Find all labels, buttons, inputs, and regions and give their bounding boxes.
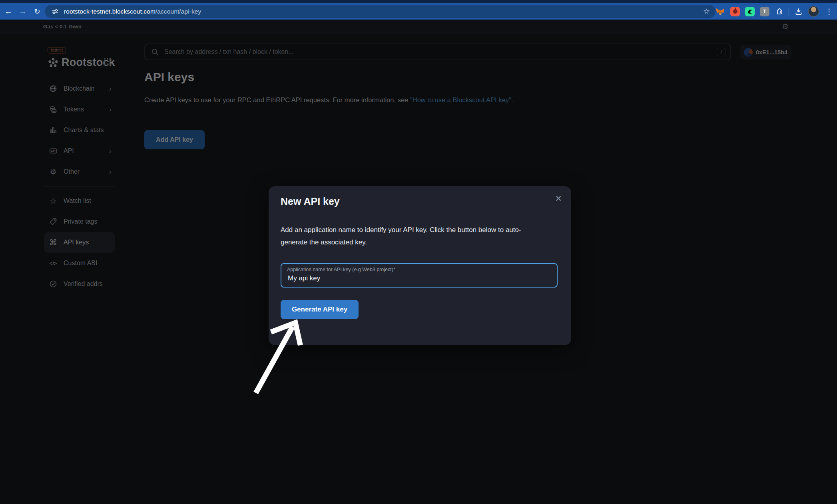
extensions-row: T ⋮ [715, 3, 834, 20]
site-settings-icon[interactable] [51, 8, 59, 16]
red-extension-glyph [733, 9, 737, 14]
downloads-icon[interactable] [794, 7, 803, 16]
application-name-input[interactable] [287, 274, 544, 283]
bookmark-star-icon[interactable]: ☆ [703, 7, 710, 16]
modal-body-text: Add an application name to identify your… [281, 224, 548, 248]
profile-avatar[interactable] [808, 6, 819, 17]
metamask-extension-icon[interactable] [715, 7, 725, 16]
back-button[interactable]: ← [2, 3, 15, 20]
green-extension-icon[interactable] [745, 7, 755, 16]
forward-icon: → [19, 7, 27, 16]
screen: ← → ↻ rootstock-testnet.blockscout.com/a… [0, 0, 837, 504]
browser-menu-icon[interactable]: ⋮ [824, 7, 834, 16]
toolbar-separator [789, 8, 789, 16]
annotation-arrow [232, 308, 320, 407]
close-icon[interactable]: × [555, 193, 562, 204]
reload-icon: ↻ [34, 7, 40, 16]
url-path: /account/api-key [155, 8, 201, 15]
modal-title: New API key [281, 196, 340, 207]
t-extension-glyph: T [763, 8, 766, 14]
browser-toolbar: ← → ↻ rootstock-testnet.blockscout.com/a… [0, 3, 837, 20]
forward-button[interactable]: → [16, 3, 30, 20]
red-extension-icon[interactable] [730, 7, 740, 16]
window-frame [0, 0, 837, 3]
application-name-field[interactable]: Application name for API key (e.g Web3 p… [281, 263, 558, 288]
url-host: rootstock-testnet.blockscout.com [64, 8, 155, 15]
url-bar[interactable]: rootstock-testnet.blockscout.com/account… [45, 5, 715, 18]
reload-button[interactable]: ↻ [30, 3, 44, 20]
back-icon: ← [4, 7, 12, 16]
application-name-label: Application name for API key (e.g Web3 p… [287, 267, 395, 272]
extensions-puzzle-icon[interactable] [775, 7, 783, 16]
url-text[interactable]: rootstock-testnet.blockscout.com/account… [64, 8, 703, 15]
t-extension-icon[interactable]: T [760, 7, 769, 16]
